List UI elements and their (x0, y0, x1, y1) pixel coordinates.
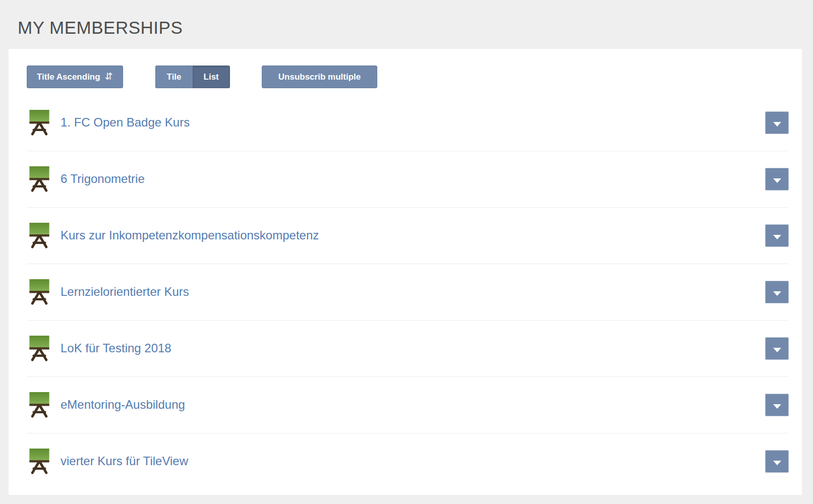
course-title-link[interactable]: vierter Kurs für TileView (61, 454, 188, 469)
course-row: LoK für Testing 2018 (27, 320, 789, 376)
caret-down-icon (773, 404, 781, 409)
course-chalkboard-icon (28, 165, 50, 193)
course-list: 1. FC Open Badge Kurs 6 Trigonometrie Ku… (27, 94, 789, 489)
course-title-link[interactable]: 6 Trigonometrie (61, 172, 145, 186)
course-chalkboard-icon (28, 222, 50, 249)
row-menu-dropdown-button[interactable] (765, 111, 789, 134)
course-title-link[interactable]: LoK für Testing 2018 (61, 341, 171, 356)
course-row: eMentoring-Ausbildung (27, 376, 789, 433)
course-title-link[interactable]: Kurs zur Inkompetenzkompensationskompete… (61, 228, 319, 243)
course-title-link[interactable]: Lernzielorientierter Kurs (61, 285, 189, 299)
caret-down-icon (773, 235, 781, 239)
row-menu-dropdown-button[interactable] (765, 394, 789, 416)
row-menu-dropdown-button[interactable] (765, 450, 789, 473)
course-title-link[interactable]: eMentoring-Ausbildung (61, 398, 185, 412)
caret-down-icon (773, 461, 781, 465)
sort-ascending-descending-icon: ⇵ (105, 72, 113, 81)
course-chalkboard-icon (28, 448, 50, 475)
sort-button-label: Title Ascending (37, 72, 100, 82)
tile-view-button[interactable]: Tile (155, 66, 193, 88)
page-header: MY MEMBERSHIPS (0, 0, 813, 49)
course-chalkboard-icon (28, 278, 50, 306)
view-toggle: Tile List (155, 66, 230, 88)
course-chalkboard-icon (28, 335, 50, 362)
row-menu-dropdown-button[interactable] (765, 224, 789, 247)
caret-down-icon (773, 122, 781, 127)
content-panel: Title Ascending ⇵ Tile List Unsubscrib m… (9, 49, 802, 495)
course-row: 6 Trigonometrie (27, 151, 789, 207)
course-chalkboard-icon (28, 391, 50, 419)
course-row: Lernzielorientierter Kurs (27, 264, 789, 320)
unsubscribe-multiple-button[interactable]: Unsubscrib multiple (262, 66, 377, 88)
course-row: Kurs zur Inkompetenzkompensationskompete… (27, 207, 789, 264)
row-menu-dropdown-button[interactable] (765, 337, 789, 360)
course-row: vierter Kurs für TileView (27, 433, 789, 489)
course-title-link[interactable]: 1. FC Open Badge Kurs (61, 115, 190, 130)
row-menu-dropdown-button[interactable] (765, 281, 789, 303)
course-row: 1. FC Open Badge Kurs (27, 94, 789, 151)
list-view-button[interactable]: List (193, 66, 230, 88)
row-menu-dropdown-button[interactable] (765, 168, 789, 191)
caret-down-icon (773, 178, 781, 183)
course-chalkboard-icon (28, 109, 50, 137)
sort-button[interactable]: Title Ascending ⇵ (27, 66, 123, 88)
toolbar: Title Ascending ⇵ Tile List Unsubscrib m… (27, 66, 789, 88)
caret-down-icon (773, 291, 781, 296)
page-title: MY MEMBERSHIPS (18, 18, 813, 38)
caret-down-icon (773, 348, 781, 352)
